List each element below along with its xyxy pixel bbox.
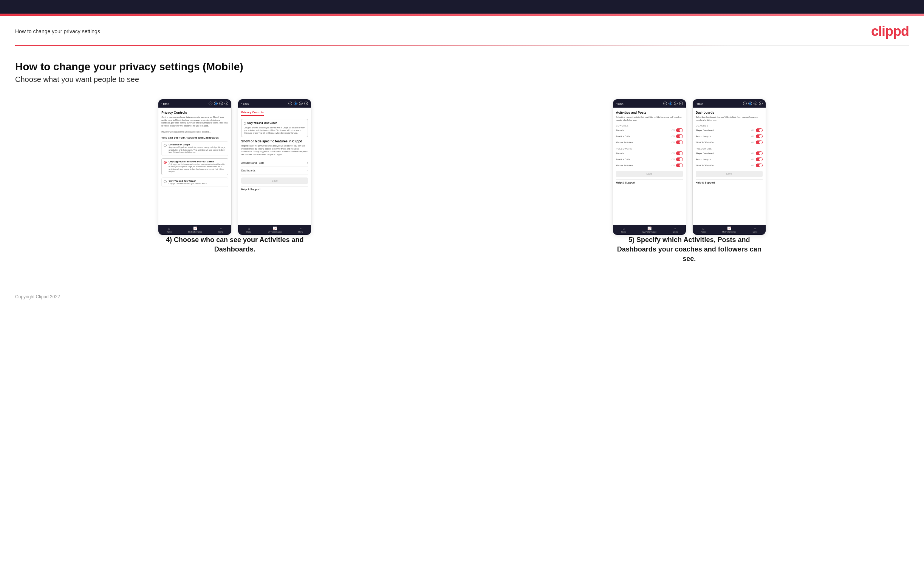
toggle-playerdash-coaches-switch[interactable] [756,128,762,132]
phone3-tabbar: ⌂ Home 📈 My Performance ≡ Menu [613,225,686,235]
phone3-content: Activities and Posts Select the types of… [613,108,686,225]
phone-2: ‹ Back ⌕ 👤 ⊙ ▾ Privacy Controls [238,99,312,235]
arrow-chevron-2: › [307,169,309,172]
radio-option-3[interactable]: Only You and Your Coach Only you and the… [162,177,228,187]
tab4-performance-label: My Performance [722,231,736,233]
toggle-drills-followers: Practice Drills ON [616,157,683,162]
phone2-body: Regardless of the privacy controls that … [241,145,308,156]
phone2-content: Privacy Controls Only You and Your Coach… [238,108,311,225]
arrow-chevron-1: › [307,161,309,164]
settings-icon-4: ⊙ [754,102,758,105]
home-icon-4: ⌂ [702,227,704,230]
phone3-help: Help & Support [616,179,683,184]
phone1-body2: However you can control who can see your… [162,131,228,134]
toggle-drills-coaches-switch[interactable] [676,134,683,138]
toggle-rounds-coaches-switch[interactable] [676,128,683,132]
search-icon-2: ⌕ [288,102,292,105]
home-icon-3: ⌂ [622,227,624,230]
on-label-3: ON [672,141,675,143]
tab4-home[interactable]: ⌂ Home [701,227,706,233]
mockups-section: ‹ Back ⌕ 👤 ⊙ ▾ Privacy Controls Control … [15,99,909,264]
radio-2-text: Only Approved Followers and Your Coach O… [168,161,226,173]
phone2-topbar: ‹ Back ⌕ 👤 ⊙ ▾ [238,99,311,108]
phone2-save-btn[interactable]: Save [241,177,308,184]
phone1-title: Privacy Controls [162,111,228,114]
toggle-playerdash-followers: Player Dashboard ON [696,151,762,156]
phone4-icons: ⌕ 👤 ⊙ ▾ [743,102,762,105]
tab2-menu[interactable]: ≡ Menu [298,227,303,233]
phone2-tab-label: Privacy Controls [241,111,264,116]
toggle-rounds-followers-label: Rounds [616,152,624,155]
copyright-text: Copyright Clippd 2022 [15,294,60,300]
phone2-section-title: Show or hide specific features in Clippd [241,139,308,143]
tab2-performance-label: My Performance [268,231,282,233]
on-label-12: ON [751,164,754,166]
radio-1-desc: Anyone on Clippd can search for you and … [168,146,226,154]
toggle-whattowork-followers-switch[interactable] [756,163,762,167]
tab-home-label: Home [166,231,171,233]
phone4-body: Select the dashboards that you'd like to… [696,116,762,122]
radio-3-label: Only You and Your Coach [168,180,207,182]
radio-3-desc: Only you and the coaches you connect wit… [168,182,207,185]
toggle-drills-followers-switch[interactable] [676,158,683,161]
toggle-roundinsights-coaches-switch[interactable] [756,134,762,138]
phone4-save-btn[interactable]: Save [696,171,762,177]
radio-option-2[interactable]: Only Approved Followers and Your Coach O… [162,158,228,175]
performance-icon-2: 📈 [273,227,277,230]
toggle-whattowork-coaches-switch[interactable] [756,140,762,144]
toggle-manual-coaches: Manual Activities ON [616,140,683,145]
tab4-menu[interactable]: ≡ Menu [753,227,758,233]
tab4-performance[interactable]: 📈 My Performance [722,227,736,233]
toggle-roundinsights-followers-switch[interactable] [756,158,762,161]
main-content: How to change your privacy settings (Mob… [0,46,924,287]
phone3-topbar: ‹ Back ⌕ 👤 ⊙ ▾ [613,99,686,108]
toggle-playerdash-followers-switch[interactable] [756,152,762,155]
tab3-menu[interactable]: ≡ Menu [673,227,678,233]
caption-right-text: 5) Specify which Activities, Posts and D… [610,235,769,264]
radio-option-1[interactable]: Everyone on Clippd Anyone on Clippd can … [162,141,228,156]
profile-icon-2: 👤 [294,102,297,105]
menu-icon-3: ≡ [674,227,676,230]
phone3-save-btn[interactable]: Save [616,171,683,177]
right-section: ‹ Back ⌕ 👤 ⊙ ▾ Activities and Posts Sele… [470,99,909,264]
activities-posts-label: Activities and Posts [241,162,264,164]
tab-menu[interactable]: ≡ Menu [218,227,223,233]
more-icon: ▾ [225,102,228,105]
phone-3: ‹ Back ⌕ 👤 ⊙ ▾ Activities and Posts Sele… [612,99,686,235]
phone1-back: ‹ Back [162,102,169,105]
tab3-performance[interactable]: 📈 My Performance [643,227,656,233]
on-label-8: ON [751,135,754,137]
caption-right: 5) Specify which Activities, Posts and D… [610,235,769,264]
phone3-title: Activities and Posts [616,111,683,114]
tab2-menu-label: Menu [298,231,303,233]
on-label-5: ON [672,158,675,161]
home-icon: ⌂ [168,227,170,230]
top-bar [0,0,924,14]
toggle-whattowork-coaches-label: What To Work On [696,141,714,143]
toggle-manual-coaches-switch[interactable] [676,140,683,144]
dashboards-label: Dashboards [241,169,255,172]
profile-icon: 👤 [214,102,218,105]
toggle-manual-followers-switch[interactable] [676,163,683,167]
tab3-home[interactable]: ⌂ Home [621,227,626,233]
phone4-help: Help & Support [696,179,762,184]
phone1-tabbar: ⌂ Home 📈 My Performance ≡ Menu [158,225,231,235]
toggle-playerdash-followers-label: Player Dashboard [696,152,714,155]
tab2-performance[interactable]: 📈 My Performance [268,227,282,233]
tab3-home-label: Home [621,231,626,233]
tab2-home[interactable]: ⌂ Home [246,227,251,233]
phone2-popup: Only You and Your Coach Only you and the… [241,119,308,137]
dashboards-row[interactable]: Dashboards › [241,167,308,174]
phone1-subheading: Who Can See Your Activities and Dashboar… [162,136,228,139]
tab-home[interactable]: ⌂ Home [166,227,171,233]
on-label-2: ON [672,135,675,137]
toggle-rounds-coaches: Rounds ON [616,128,683,132]
phone4-title: Dashboards [696,111,762,114]
toggle-manual-followers-label: Manual Activities [616,164,633,166]
radio-2-desc: Only approved followers and coaches you … [168,163,226,173]
page-title: How to change your privacy settings (Mob… [15,61,909,73]
phone3-back: ‹ Back [616,102,624,105]
toggle-rounds-followers-switch[interactable] [676,152,683,155]
activities-posts-row[interactable]: Activities and Posts › [241,160,308,167]
tab-performance[interactable]: 📈 My Performance [188,227,202,233]
